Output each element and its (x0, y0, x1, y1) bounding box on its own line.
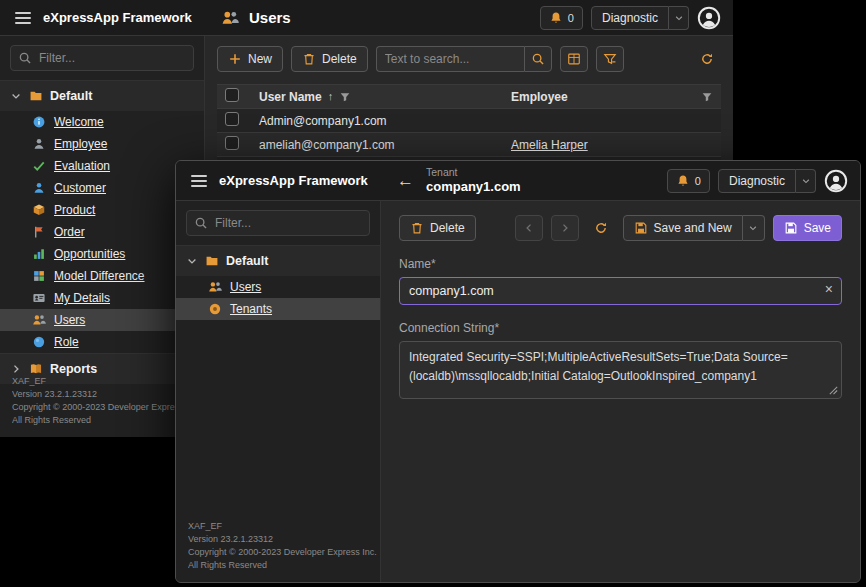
clear-icon[interactable]: × (825, 282, 833, 296)
tenant-toolbar: Delete (399, 215, 842, 241)
tenant-icon (208, 302, 222, 316)
sidebar-item-model-difference[interactable]: Model Difference (0, 265, 204, 287)
new-button-label: New (248, 52, 272, 66)
save-and-new-chevron-button[interactable] (743, 215, 765, 241)
grid-search-input[interactable] (376, 46, 524, 72)
save-button[interactable]: Save (773, 215, 842, 241)
fg-main: Delete (381, 201, 860, 582)
fg-body: Default Users Tenants XAF_EF Version 23.… (176, 201, 860, 582)
name-input[interactable] (399, 277, 842, 305)
diagnostic-button[interactable]: Diagnostic (718, 169, 796, 193)
user-name-cell: ameliah@company1.com (251, 133, 503, 157)
table-header-row: User Name ↑ Employee (217, 85, 721, 109)
app-title: eXpressApp Framework (43, 10, 192, 25)
diagnostic-chevron-button[interactable] (669, 6, 689, 30)
sidebar-item-customer[interactable]: Customer (0, 177, 204, 199)
sidebar-group-default[interactable]: Default (0, 80, 204, 111)
sidebar-item-employee[interactable]: Employee (0, 133, 204, 155)
info-icon (32, 115, 46, 129)
sidebar-item-welcome[interactable]: Welcome (0, 111, 204, 133)
filter-funnel-icon[interactable] (701, 91, 713, 103)
column-chooser-button[interactable] (560, 46, 588, 72)
account-avatar-icon[interactable] (824, 169, 848, 193)
connection-string-input[interactable]: Integrated Security=SSPI;MultipleActiveR… (399, 341, 842, 399)
menu-icon[interactable] (191, 175, 207, 187)
sidebar-item-label: Users (230, 280, 261, 294)
table-row[interactable]: Admin@company1.com (217, 109, 721, 133)
record-title: company1.com (426, 179, 521, 195)
page-title: Users (249, 9, 291, 26)
sidebar-item-tenants[interactable]: Tenants (176, 298, 380, 320)
fg-topbar-controls: 0 Diagnostic (667, 169, 848, 193)
about-info: XAF_EF Version 23.2.1.23312 Copyright © … (12, 375, 202, 427)
sidebar-group-default[interactable]: Default (176, 245, 380, 276)
bg-page-header: Users 0 Diagnostic (205, 6, 733, 30)
fg-filter-field (186, 210, 370, 236)
refresh-icon (594, 221, 608, 235)
save-button-label: Save (804, 221, 831, 235)
users-icon (208, 280, 222, 294)
previous-record-button[interactable] (515, 215, 543, 241)
select-all-checkbox[interactable] (225, 88, 239, 102)
sidebar-item-evaluation[interactable]: Evaluation (0, 155, 204, 177)
sort-asc-icon[interactable]: ↑ (328, 91, 334, 102)
sidebar-item-product[interactable]: Product (0, 199, 204, 221)
filter-funnel-icon[interactable] (339, 91, 351, 103)
column-header-user-name[interactable]: User Name ↑ (251, 85, 503, 109)
plus-icon (228, 52, 242, 66)
sidebar-item-opportunities[interactable]: Opportunities (0, 243, 204, 265)
notifications-button[interactable]: 0 (540, 6, 583, 30)
id-card-icon (32, 291, 46, 305)
box-icon (32, 203, 46, 217)
sidebar-filter-input[interactable] (186, 210, 370, 236)
sidebar-item-order[interactable]: Order (0, 221, 204, 243)
column-label: Employee (511, 90, 568, 104)
sidebar-item-users[interactable]: Users (0, 309, 204, 331)
column-header-employee[interactable]: Employee (503, 85, 721, 109)
row-checkbox[interactable] (225, 136, 239, 150)
chevron-down-icon (748, 223, 758, 233)
chevron-down-icon (186, 255, 198, 267)
delete-button[interactable]: Delete (399, 215, 476, 241)
account-avatar-icon[interactable] (697, 6, 721, 30)
diagnostic-button[interactable]: Diagnostic (591, 6, 669, 30)
name-field-label: Name* (399, 257, 842, 271)
grid-search-button[interactable] (524, 46, 552, 72)
fg-page-header: ← Tenant company1.com 0 Diagnostic (381, 166, 860, 195)
row-checkbox[interactable] (225, 112, 239, 126)
column-chooser-icon (567, 52, 581, 66)
sidebar-item-role[interactable]: Role (0, 331, 204, 353)
filter-editor-button[interactable] (596, 46, 624, 72)
column-label: User Name (259, 90, 322, 104)
diagnostic-chevron-button[interactable] (796, 169, 816, 193)
bg-topbar-controls: 0 Diagnostic (540, 6, 721, 30)
employee-link[interactable]: Amelia Harper (511, 138, 588, 152)
next-record-button[interactable] (551, 215, 579, 241)
refresh-button[interactable] (693, 46, 721, 72)
back-arrow-icon[interactable]: ← (397, 172, 414, 189)
table-row[interactable]: ameliah@company1.com Amelia Harper (217, 133, 721, 157)
refresh-button[interactable] (587, 215, 615, 241)
delete-button[interactable]: Delete (291, 46, 368, 72)
search-icon (18, 51, 32, 65)
employee-cell (503, 109, 721, 133)
chevron-down-icon (674, 13, 684, 23)
save-and-new-button[interactable]: Save and New (623, 215, 743, 241)
sidebar-filter-input[interactable] (10, 45, 194, 71)
notifications-count: 0 (568, 12, 574, 24)
check-icon (32, 159, 46, 173)
save-icon (634, 221, 648, 235)
search-icon (194, 216, 208, 230)
save-icon (784, 221, 798, 235)
bell-icon (549, 11, 563, 25)
notifications-button[interactable]: 0 (667, 169, 710, 193)
bell-icon (676, 174, 690, 188)
bg-filter-field (10, 45, 194, 71)
new-button[interactable]: New (217, 46, 283, 72)
sidebar-item-label: Evaluation (54, 159, 110, 173)
sidebar-item-users[interactable]: Users (176, 276, 380, 298)
resize-grip-icon[interactable] (828, 385, 839, 396)
sidebar-item-my-details[interactable]: My Details (0, 287, 204, 309)
menu-icon[interactable] (15, 12, 31, 24)
chart-icon (32, 247, 46, 261)
